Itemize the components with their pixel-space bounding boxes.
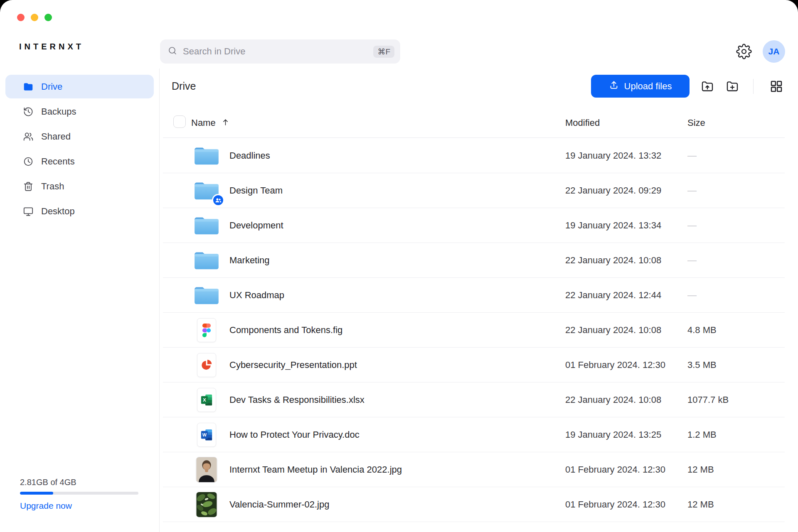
- maximize-window-button[interactable]: [44, 14, 52, 21]
- sidebar-item-label: Trash: [41, 181, 64, 192]
- file-size: —: [687, 173, 697, 208]
- minimize-window-button[interactable]: [31, 14, 38, 21]
- column-header-size[interactable]: Size: [687, 108, 705, 137]
- file-size: —: [687, 208, 697, 243]
- storage-progress-fill: [20, 492, 53, 495]
- file-modified: 19 January 2024. 13:25: [565, 417, 661, 452]
- figma-icon: [193, 313, 220, 348]
- settings-button[interactable]: [736, 44, 752, 59]
- file-size: —: [687, 278, 697, 312]
- file-modified: 22 January 2024. 12:44: [565, 278, 661, 312]
- table-row[interactable]: Cybersecurity_Presentation.ppt 01 Februa…: [160, 348, 798, 382]
- sidebar-item-label: Shared: [41, 131, 71, 142]
- search-placeholder: Search in Drive: [183, 46, 373, 57]
- sidebar-item-shared[interactable]: Shared: [5, 125, 154, 148]
- select-all-checkbox[interactable]: [173, 115, 186, 128]
- folder-upload-icon: [701, 88, 714, 94]
- storage-panel: 2.81GB of 4GB Upgrade now: [20, 478, 138, 532]
- clock-icon: [23, 156, 34, 167]
- table-row[interactable]: Deadlines 19 January 2024. 13:32 —: [160, 138, 798, 173]
- column-header-modified[interactable]: Modified: [565, 108, 600, 137]
- file-name: Deadlines: [229, 138, 270, 173]
- upload-files-button[interactable]: Upload files: [591, 75, 690, 98]
- file-size: 4.8 MB: [687, 313, 717, 347]
- file-size: 12 MB: [687, 452, 714, 487]
- users-icon: [23, 131, 34, 142]
- upgrade-now-link[interactable]: Upgrade now: [20, 501, 72, 511]
- file-name: UX Roadmap: [229, 278, 284, 312]
- file-name: Design Team: [229, 173, 283, 208]
- sidebar-nav: Drive Backups Shared Recents Trash Deskt…: [0, 75, 159, 224]
- excel-icon: X: [193, 382, 220, 417]
- file-size: 1.2 MB: [687, 417, 717, 452]
- table-row[interactable]: Internxt Team Meetup in Valencia 2022.jp…: [160, 452, 798, 487]
- search-input[interactable]: Search in Drive ⌘F: [160, 39, 400, 64]
- gear-icon: [736, 54, 752, 61]
- file-modified: 22 January 2024. 09:29: [565, 173, 661, 208]
- file-name: Valencia-Summer-02.jpg: [229, 487, 329, 522]
- sidebar-item-recents[interactable]: Recents: [5, 150, 154, 173]
- table-row[interactable]: W How to Protect Your Privacy.doc 19 Jan…: [160, 417, 798, 452]
- sidebar-item-backups[interactable]: Backups: [5, 100, 154, 123]
- svg-text:X: X: [203, 397, 206, 402]
- toolbar-divider: [753, 79, 754, 94]
- main-content: Drive Upload files Name Modified Size: [160, 69, 798, 532]
- table-row[interactable]: Marketing 22 January 2024. 10:08 —: [160, 243, 798, 278]
- file-name: How to Protect Your Privacy.doc: [229, 417, 360, 452]
- file-size: —: [687, 243, 697, 277]
- desktop-icon: [23, 206, 34, 217]
- file-modified: 01 February 2024. 12:30: [565, 487, 665, 522]
- file-modified: 22 January 2024. 10:08: [565, 313, 661, 347]
- close-window-button[interactable]: [17, 14, 25, 21]
- sidebar-item-trash[interactable]: Trash: [5, 174, 154, 198]
- folder-icon: [193, 243, 220, 278]
- search-icon: [167, 46, 177, 57]
- file-name: Development: [229, 208, 283, 243]
- upload-icon: [609, 80, 619, 93]
- new-folder-button[interactable]: [726, 80, 739, 93]
- file-name: Dev Tasks & Responsibilities.xlsx: [229, 382, 365, 417]
- file-list: Deadlines 19 January 2024. 13:32 — Desig…: [160, 138, 798, 522]
- avatar[interactable]: JA: [763, 40, 785, 63]
- app-window: INTERNXT Search in Drive ⌘F JA Drive Bac…: [0, 0, 798, 532]
- table-row[interactable]: X Dev Tasks & Responsibilities.xlsx 22 J…: [160, 382, 798, 417]
- sidebar-item-desktop[interactable]: Desktop: [5, 199, 154, 223]
- table-row[interactable]: Development 19 January 2024. 13:34 —: [160, 208, 798, 243]
- sidebar-item-label: Recents: [41, 156, 75, 167]
- sort-ascending-icon: [221, 118, 230, 128]
- file-modified: 22 January 2024. 10:08: [565, 243, 661, 277]
- table-row[interactable]: Design Team 22 January 2024. 09:29 —: [160, 173, 798, 208]
- table-row[interactable]: Components and Tokens.fig 22 January 202…: [160, 313, 798, 348]
- window-controls: [17, 14, 52, 21]
- word-icon: W: [193, 417, 220, 452]
- upload-folder-button[interactable]: [701, 80, 714, 93]
- folder-icon: [193, 138, 220, 173]
- file-name: Components and Tokens.fig: [229, 313, 342, 347]
- file-modified: 01 February 2024. 12:30: [565, 348, 665, 382]
- file-name: Internxt Team Meetup in Valencia 2022.jp…: [229, 452, 402, 487]
- table-header: Name Modified Size: [160, 108, 798, 138]
- sidebar: Drive Backups Shared Recents Trash Deskt…: [0, 69, 160, 532]
- column-header-name[interactable]: Name: [191, 108, 230, 137]
- sidebar-item-label: Desktop: [41, 206, 75, 217]
- storage-progress-bar: [20, 492, 138, 495]
- svg-text:W: W: [202, 432, 207, 437]
- grid-view-button[interactable]: [770, 80, 783, 93]
- folder-icon: [193, 208, 220, 243]
- shared-users-badge: [212, 194, 224, 206]
- table-row[interactable]: UX Roadmap 22 January 2024. 12:44 —: [160, 278, 798, 313]
- folder-plus-icon: [726, 88, 739, 94]
- sidebar-item-drive[interactable]: Drive: [5, 75, 154, 98]
- file-size: 3.5 MB: [687, 348, 717, 382]
- avatar-initials: JA: [768, 47, 780, 56]
- folder-icon: [193, 173, 220, 208]
- sidebar-item-label: Backups: [41, 106, 76, 117]
- folder-fill-icon: [23, 81, 34, 92]
- table-row[interactable]: Valencia-Summer-02.jpg 01 February 2024.…: [160, 487, 798, 522]
- file-name: Cybersecurity_Presentation.ppt: [229, 348, 357, 382]
- trash-icon: [23, 181, 34, 192]
- sidebar-item-label: Drive: [41, 81, 62, 92]
- photo-portrait-icon: [193, 452, 220, 487]
- grid-view-icon: [770, 88, 783, 94]
- file-modified: 19 January 2024. 13:34: [565, 208, 661, 243]
